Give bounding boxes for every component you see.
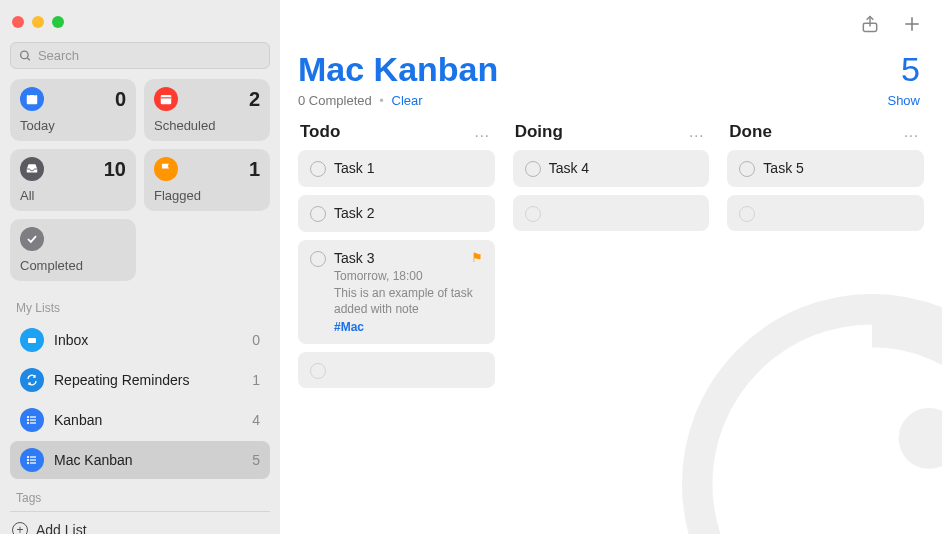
card-task1[interactable]: Task 1 — [298, 150, 495, 187]
tile-count: 1 — [249, 158, 260, 181]
card-placeholder[interactable] — [513, 195, 710, 231]
list-count: 0 — [252, 332, 260, 348]
flag-icon — [154, 157, 178, 181]
card-task2[interactable]: Task 2 — [298, 195, 495, 232]
header: Mac Kanban 5 — [280, 40, 942, 91]
sidebar-tile-all[interactable]: 10 All — [10, 149, 136, 211]
svg-line-1 — [27, 57, 30, 60]
my-lists: Inbox 0 Repeating Reminders 1 Kanban 4 M… — [10, 321, 270, 479]
checkbox-icon[interactable] — [310, 161, 326, 177]
list-row-repeating[interactable]: Repeating Reminders 1 — [10, 361, 270, 399]
checkbox-icon[interactable] — [525, 161, 541, 177]
card-title: Task 1 — [334, 160, 483, 176]
show-link[interactable]: Show — [887, 93, 920, 108]
column-doing: Doing … Task 4 — [513, 122, 710, 534]
card-date: Tomorrow, 18:00 — [334, 269, 483, 283]
checkbox-icon[interactable] — [310, 363, 326, 379]
search-box[interactable] — [10, 42, 270, 69]
window-controls — [10, 10, 270, 42]
list-row-mac-kanban[interactable]: Mac Kanban 5 — [10, 441, 270, 479]
list-row-kanban[interactable]: Kanban 4 — [10, 401, 270, 439]
add-list-label: Add List — [36, 522, 87, 534]
toolbar — [280, 0, 942, 40]
list-count: 4 — [252, 412, 260, 428]
svg-point-18 — [28, 460, 29, 461]
svg-point-17 — [28, 457, 29, 458]
list-label: Kanban — [54, 412, 252, 428]
share-icon[interactable] — [860, 14, 880, 34]
sidebar-tile-scheduled[interactable]: 2 Scheduled — [144, 79, 270, 141]
card-placeholder[interactable] — [727, 195, 924, 231]
add-icon[interactable] — [902, 14, 922, 34]
search-input[interactable] — [38, 48, 261, 63]
tile-label: Today — [20, 118, 126, 133]
svg-point-19 — [28, 463, 29, 464]
list-icon — [20, 448, 44, 472]
svg-rect-7 — [28, 338, 36, 343]
plus-circle-icon: + — [12, 522, 28, 534]
column-done: Done … Task 5 — [727, 122, 924, 534]
list-icon — [20, 408, 44, 432]
list-row-inbox[interactable]: Inbox 0 — [10, 321, 270, 359]
column-more-icon[interactable]: … — [688, 123, 705, 141]
card-task3[interactable]: Task 3 ⚑ Tomorrow, 18:00 This is an exam… — [298, 240, 495, 344]
sidebar-tile-today[interactable]: 0 Today — [10, 79, 136, 141]
checkbox-icon[interactable] — [739, 161, 755, 177]
calendar-today-icon — [20, 87, 44, 111]
sidebar-tile-completed[interactable]: Completed — [10, 219, 136, 281]
svg-point-13 — [28, 423, 29, 424]
search-icon — [19, 49, 32, 63]
checkbox-icon[interactable] — [310, 206, 326, 222]
list-label: Repeating Reminders — [54, 372, 252, 388]
subheader: 0 Completed • Clear Show — [280, 91, 942, 122]
card-title: Task 3 — [334, 250, 374, 266]
board-title: Mac Kanban — [298, 50, 498, 89]
column-more-icon[interactable]: … — [474, 123, 491, 141]
svg-rect-4 — [34, 93, 35, 95]
column-todo: Todo … Task 1 Task 2 — [298, 122, 495, 534]
column-more-icon[interactable]: … — [903, 123, 920, 141]
my-lists-heading: My Lists — [16, 301, 270, 315]
tray-icon — [20, 328, 44, 352]
card-title: Task 2 — [334, 205, 483, 221]
clear-link[interactable]: Clear — [392, 93, 423, 108]
close-window-icon[interactable] — [12, 16, 24, 28]
zoom-window-icon[interactable] — [52, 16, 64, 28]
svg-rect-5 — [161, 95, 172, 104]
add-list-button[interactable]: + Add List — [10, 511, 270, 534]
list-label: Mac Kanban — [54, 452, 252, 468]
checkbox-icon[interactable] — [525, 206, 541, 222]
card-title: Task 5 — [763, 160, 912, 176]
kanban-columns: Todo … Task 1 Task 2 — [280, 122, 942, 534]
calendar-icon — [154, 87, 178, 111]
column-title: Todo — [300, 122, 340, 142]
checkbox-icon[interactable] — [310, 251, 326, 267]
minimize-window-icon[interactable] — [32, 16, 44, 28]
svg-point-11 — [28, 417, 29, 418]
inbox-icon — [20, 157, 44, 181]
svg-rect-3 — [29, 93, 30, 95]
card-task4[interactable]: Task 4 — [513, 150, 710, 187]
svg-rect-2 — [27, 95, 38, 104]
completed-text: 0 Completed — [298, 93, 372, 108]
tile-count: 2 — [249, 88, 260, 111]
flag-icon: ⚑ — [471, 250, 483, 265]
card-title: Task 4 — [549, 160, 698, 176]
column-title: Done — [729, 122, 772, 142]
column-title: Doing — [515, 122, 563, 142]
check-icon — [20, 227, 44, 251]
sidebar: 0 Today 2 Scheduled 10 All — [0, 0, 280, 534]
svg-point-0 — [21, 51, 29, 59]
card-placeholder[interactable] — [298, 352, 495, 388]
svg-point-12 — [28, 420, 29, 421]
board-count: 5 — [901, 50, 920, 89]
list-count: 5 — [252, 452, 260, 468]
card-tag[interactable]: #Mac — [334, 320, 483, 334]
tile-count: 10 — [104, 158, 126, 181]
smart-list-grid: 0 Today 2 Scheduled 10 All — [10, 79, 270, 281]
checkbox-icon[interactable] — [739, 206, 755, 222]
card-task5[interactable]: Task 5 — [727, 150, 924, 187]
sidebar-tile-flagged[interactable]: 1 Flagged — [144, 149, 270, 211]
list-count: 1 — [252, 372, 260, 388]
card-note: This is an example of task added with no… — [334, 285, 483, 317]
